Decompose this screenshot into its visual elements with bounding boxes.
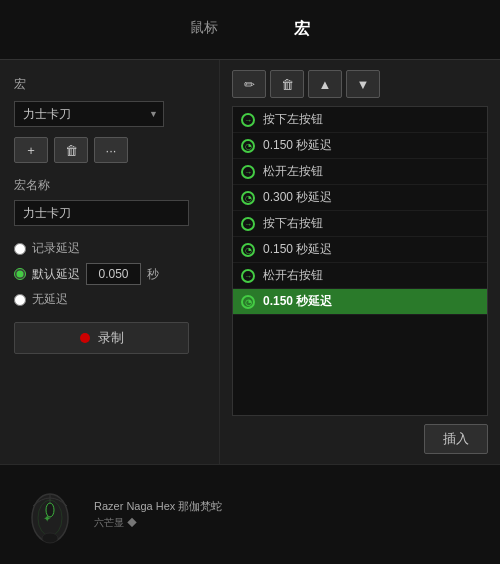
macro-item-text: 按下左按钮 xyxy=(263,111,323,128)
radio-no-delay[interactable]: 无延迟 xyxy=(14,291,205,308)
insert-row: 插入 xyxy=(232,416,488,454)
footer: ✦ Razer Naga Hex 那伽梵蛇 六芒显 ◆ xyxy=(0,464,500,564)
macro-item-text: 0.300 秒延迟 xyxy=(263,189,332,206)
header-tabs: 鼠标 宏 xyxy=(182,15,318,44)
macro-list-item[interactable]: →松开左按钮 xyxy=(233,159,487,185)
arrow-icon: → xyxy=(241,112,255,128)
macro-list-item[interactable]: ◔0.300 秒延迟 xyxy=(233,185,487,211)
radio-default-delay[interactable]: 默认延迟 秒 xyxy=(14,263,205,285)
left-panel: 宏 力士卡刀 + 🗑 ··· 宏名称 记录延迟 默认延迟 xyxy=(0,60,220,464)
delay-row: 秒 xyxy=(86,263,159,285)
macro-item-text: 按下右按钮 xyxy=(263,215,323,232)
macro-list-item[interactable]: →按下右按钮 xyxy=(233,211,487,237)
macro-list-item[interactable]: ◔0.150 秒延迟 xyxy=(233,237,487,263)
arrow-icon: → xyxy=(241,164,255,180)
macro-select-wrapper[interactable]: 力士卡刀 xyxy=(14,101,164,127)
delay-radio-group: 记录延迟 默认延迟 秒 无延迟 xyxy=(14,240,205,308)
macro-list: →按下左按钮◔0.150 秒延迟→松开左按钮◔0.300 秒延迟→按下右按钮◔0… xyxy=(232,106,488,416)
macro-list-item[interactable]: ◔0.150 秒延迟 xyxy=(233,289,487,315)
footer-title: Razer Naga Hex 那伽梵蛇 xyxy=(94,499,222,514)
macro-section-label: 宏 xyxy=(14,76,205,93)
delete-macro-button[interactable]: 🗑 xyxy=(54,137,88,163)
toolbar: ✏ 🗑 ▲ ▼ xyxy=(232,70,488,98)
record-button[interactable]: 录制 xyxy=(14,322,189,354)
macro-item-text: 0.150 秒延迟 xyxy=(263,137,332,154)
macro-item-text: 松开右按钮 xyxy=(263,267,323,284)
header: 鼠标 宏 xyxy=(0,0,500,60)
macro-list-container: →按下左按钮◔0.150 秒延迟→松开左按钮◔0.300 秒延迟→按下右按钮◔0… xyxy=(232,106,488,416)
delay-unit: 秒 xyxy=(147,266,159,283)
radio-record-delay[interactable]: 记录延迟 xyxy=(14,240,205,257)
footer-text: Razer Naga Hex 那伽梵蛇 六芒显 ◆ xyxy=(94,499,222,530)
macro-btn-row: + 🗑 ··· xyxy=(14,137,205,163)
move-down-button[interactable]: ▼ xyxy=(346,70,380,98)
macro-item-text: 0.150 秒延迟 xyxy=(263,241,332,258)
mouse-svg-icon: ✦ xyxy=(23,480,78,550)
mouse-image: ✦ xyxy=(20,480,80,550)
macro-select[interactable]: 力士卡刀 xyxy=(14,101,164,127)
svg-point-4 xyxy=(42,533,58,543)
macro-item-text: 松开左按钮 xyxy=(263,163,323,180)
tab-mouse[interactable]: 鼠标 xyxy=(182,15,226,44)
macro-list-item[interactable]: →按下左按钮 xyxy=(233,107,487,133)
more-macro-button[interactable]: ··· xyxy=(94,137,128,163)
main-content: 宏 力士卡刀 + 🗑 ··· 宏名称 记录延迟 默认延迟 xyxy=(0,60,500,464)
macro-select-row: 力士卡刀 xyxy=(14,101,205,127)
clock-icon: ◔ xyxy=(241,190,255,206)
macro-item-text: 0.150 秒延迟 xyxy=(263,293,332,310)
svg-text:✦: ✦ xyxy=(43,513,51,524)
clock-icon: ◔ xyxy=(241,138,255,154)
edit-button[interactable]: ✏ xyxy=(232,70,266,98)
record-dot-icon xyxy=(80,333,90,343)
arrow-icon: → xyxy=(241,216,255,232)
macro-name-label: 宏名称 xyxy=(14,177,205,194)
right-panel: ✏ 🗑 ▲ ▼ →按下左按钮◔0.150 秒延迟→松开左按钮◔0.300 秒延迟… xyxy=(220,60,500,464)
clock-icon: ◔ xyxy=(241,242,255,258)
footer-subtitle: 六芒显 ◆ xyxy=(94,516,222,530)
delay-input[interactable] xyxy=(86,263,141,285)
clock-icon: ◔ xyxy=(241,294,255,310)
macro-list-item[interactable]: ◔0.150 秒延迟 xyxy=(233,133,487,159)
tab-macro[interactable]: 宏 xyxy=(286,15,318,44)
delete-item-button[interactable]: 🗑 xyxy=(270,70,304,98)
macro-list-item[interactable]: →松开右按钮 xyxy=(233,263,487,289)
arrow-icon: → xyxy=(241,268,255,284)
move-up-button[interactable]: ▲ xyxy=(308,70,342,98)
add-macro-button[interactable]: + xyxy=(14,137,48,163)
macro-name-input[interactable] xyxy=(14,200,189,226)
insert-button[interactable]: 插入 xyxy=(424,424,488,454)
